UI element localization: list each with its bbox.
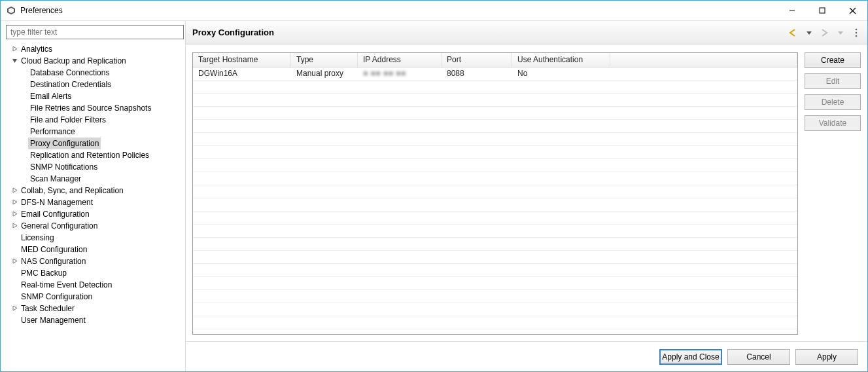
cell-ip: ■ ■■ ■■ ■■ [358, 67, 442, 80]
col-header-ip[interactable]: IP Address [358, 53, 442, 67]
svg-marker-15 [838, 31, 843, 35]
tree-item[interactable]: Real-time Event Detection [3, 279, 182, 291]
cell-hostname: DGWin16A [193, 67, 291, 80]
table-row-empty [193, 264, 797, 277]
chevron-right-icon[interactable] [10, 185, 19, 196]
tree-item[interactable]: DFS-N Management [3, 196, 182, 208]
tree-item[interactable]: Replication and Retention Policies [3, 149, 182, 161]
tree-item-label: SNMP Configuration [21, 292, 92, 301]
cell-port: 8088 [442, 67, 512, 80]
table-row-empty [193, 159, 797, 172]
tree-item[interactable]: File Retries and Source Snapshots [3, 102, 182, 114]
table-row-empty [193, 146, 797, 159]
chevron-right-icon[interactable] [10, 196, 19, 208]
svg-marker-10 [13, 212, 17, 216]
chevron-down-icon[interactable] [10, 55, 19, 67]
svg-point-17 [856, 31, 858, 33]
tree-item-label: Collab, Sync, and Replication [21, 186, 124, 195]
col-header-hostname[interactable]: Target Hostname [193, 53, 291, 67]
apply-button[interactable]: Apply [795, 349, 858, 365]
tree-item-label: File Retries and Source Snapshots [30, 103, 151, 113]
tree-item[interactable]: MED Configuration [3, 244, 182, 255]
tree-item-label: Performance [30, 127, 75, 136]
tree-item[interactable]: General Configuration [3, 220, 182, 232]
apply-and-close-button[interactable]: Apply and Close [659, 349, 722, 365]
preferences-window: Preferences AnalyticsCloud Backup and Re… [0, 0, 868, 372]
col-header-port[interactable]: Port [442, 53, 512, 67]
delete-button[interactable]: Delete [805, 94, 861, 110]
table-row-empty [193, 120, 797, 133]
tree-item[interactable]: SNMP Configuration [3, 291, 182, 303]
maximize-button[interactable] [807, 1, 837, 20]
cell-type: Manual proxy [291, 67, 358, 80]
svg-marker-9 [13, 200, 17, 204]
tree-item[interactable]: Performance [3, 126, 182, 138]
chevron-right-icon[interactable] [10, 208, 19, 220]
table-row-empty [193, 251, 797, 264]
table-body: DGWin16AManual proxy■ ■■ ■■ ■■8088No [193, 67, 797, 334]
tree-item[interactable]: User Management [3, 314, 182, 326]
tree-item[interactable]: Task Scheduler [3, 303, 182, 314]
chevron-right-icon[interactable] [10, 303, 19, 314]
svg-point-18 [856, 35, 858, 37]
back-dropdown-icon[interactable] [803, 27, 815, 39]
table-row-empty [193, 172, 797, 185]
tree-item[interactable]: Destination Credentials [3, 79, 182, 90]
tree-item[interactable]: Email Alerts [3, 90, 182, 102]
tree-item-label: MED Configuration [21, 245, 87, 254]
validate-button[interactable]: Validate [805, 115, 861, 131]
tree-item[interactable]: Database Connections [3, 67, 182, 79]
table-row-empty [193, 107, 797, 120]
tree-item[interactable]: Licensing [3, 232, 182, 244]
tree-item-label: General Configuration [21, 221, 97, 231]
tree-item[interactable]: Cloud Backup and Replication [3, 55, 182, 67]
col-header-type[interactable]: Type [291, 53, 358, 67]
table-row-empty [193, 303, 797, 316]
table-header-row: Target Hostname Type IP Address Port Use… [193, 53, 797, 67]
tree-item[interactable]: SNMP Notifications [3, 161, 182, 173]
filter-input[interactable] [6, 25, 184, 39]
create-button[interactable]: Create [805, 52, 861, 68]
table-row-empty [193, 225, 797, 238]
minimize-button[interactable] [777, 1, 807, 20]
forward-icon[interactable] [819, 27, 831, 39]
close-button[interactable] [837, 1, 867, 20]
tree-item-label: DFS-N Management [21, 198, 93, 207]
table-row[interactable]: DGWin16AManual proxy■ ■■ ■■ ■■8088No [193, 67, 797, 81]
chevron-right-icon[interactable] [10, 220, 19, 232]
nav-tree: AnalyticsCloud Backup and ReplicationDat… [3, 42, 182, 369]
tree-item[interactable]: Scan Manager [3, 173, 182, 185]
tree-item[interactable]: PMC Backup [3, 267, 182, 279]
chevron-right-icon[interactable] [10, 43, 19, 55]
tree-item-label: PMC Backup [21, 269, 67, 278]
tree-item[interactable]: NAS Configuration [3, 255, 182, 267]
page-title: Proxy Configuration [192, 28, 274, 37]
cancel-button[interactable]: Cancel [727, 349, 790, 365]
proxy-table[interactable]: Target Hostname Type IP Address Port Use… [192, 52, 798, 335]
tree-item[interactable]: Email Configuration [3, 208, 182, 220]
tree-item[interactable]: Collab, Sync, and Replication [3, 185, 182, 196]
tree-item-label: Scan Manager [30, 174, 81, 183]
svg-marker-12 [13, 259, 17, 263]
chevron-right-icon[interactable] [10, 255, 19, 267]
edit-button[interactable]: Edit [805, 73, 861, 89]
menu-icon[interactable] [850, 27, 862, 39]
title-bar: Preferences [1, 1, 867, 20]
tree-item-label: SNMP Notifications [30, 162, 97, 172]
svg-marker-6 [13, 46, 17, 51]
tree-item-label: Real-time Event Detection [21, 280, 112, 289]
tree-item[interactable]: Proxy Configuration [3, 138, 182, 149]
table-row-empty [193, 198, 797, 212]
tree-item[interactable]: Analytics [3, 43, 182, 55]
back-icon[interactable] [788, 27, 799, 39]
svg-rect-3 [820, 8, 825, 13]
forward-dropdown-icon[interactable] [835, 27, 846, 39]
tree-item[interactable]: File and Folder Filters [3, 114, 182, 126]
svg-point-16 [856, 28, 858, 30]
sidebar: AnalyticsCloud Backup and ReplicationDat… [1, 21, 186, 371]
tree-item-label: Licensing [21, 233, 54, 242]
col-header-auth[interactable]: Use Authentication [512, 53, 610, 67]
tree-item-label: Replication and Retention Policies [30, 151, 149, 160]
table-row-empty [193, 94, 797, 107]
tree-item-label: Task Scheduler [21, 304, 75, 313]
